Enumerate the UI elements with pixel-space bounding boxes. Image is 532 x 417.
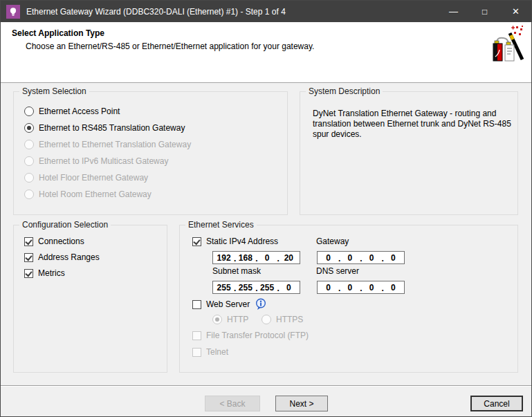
radio-icon-disabled [24, 189, 34, 199]
configuration-selection-group: Configuration Selection Connections Addr… [13, 225, 167, 373]
configuration-selection-label: Configuration Selection [19, 220, 111, 230]
checkbox-web-server[interactable]: Web Server [192, 299, 266, 310]
radio-icon-selected[interactable] [24, 123, 34, 133]
system-description-group: System Description DyNet Translation Eth… [300, 91, 518, 215]
window-title: Ethernet Gateway Wizard (DDBC320-DALI (E… [26, 7, 286, 17]
checkbox-telnet: Telnet [192, 346, 228, 358]
radio-http: HTTP [212, 314, 248, 325]
radio-icon-disabled [24, 140, 34, 149]
system-selection-label: System Selection [19, 86, 89, 96]
radio-ethernet-to-ipv6: Ethernet to IPv6 Multicast Gateway [24, 156, 168, 167]
checkbox-icon-checked[interactable] [24, 253, 33, 262]
radio-icon[interactable] [24, 106, 34, 116]
system-description-text: DyNet Translation Ethernet Gateway - rou… [313, 109, 515, 140]
radio-https: HTTPS [262, 314, 303, 325]
system-description-label: System Description [306, 86, 383, 96]
gateway-label: Gateway [316, 237, 349, 246]
system-selection-group: System Selection Ethernet Access Point E… [13, 91, 288, 215]
radio-icon-disabled [262, 315, 271, 324]
radio-ethernet-to-rs485[interactable]: Ethernet to RS485 Translation Gateway [24, 122, 185, 133]
magic-wand-devices-icon [490, 25, 524, 66]
checkbox-connections[interactable]: Connections [24, 236, 84, 247]
ip-address-input[interactable]: 192 168 0 20 [212, 251, 300, 264]
checkbox-icon-unchecked[interactable] [192, 300, 201, 309]
subnet-mask-label: Subnet mask [212, 266, 261, 276]
checkbox-icon-checked[interactable] [192, 237, 201, 246]
close-button[interactable]: ✕ [500, 1, 531, 22]
checkbox-icon-checked[interactable] [24, 269, 33, 278]
info-balloon-icon[interactable] [255, 298, 266, 311]
checkbox-icon-checked[interactable] [24, 237, 33, 246]
checkbox-static-ipv4[interactable]: Static IPv4 Address [192, 236, 278, 247]
maximize-button[interactable]: □ [469, 1, 500, 22]
page-subtitle: Choose an Ethernet/RS-485 or Ethernet/Et… [26, 41, 314, 51]
minimize-button[interactable]: — [438, 1, 469, 22]
dns-server-label: DNS server [316, 266, 359, 276]
checkbox-icon-disabled [192, 331, 201, 340]
radio-icon-disabled [24, 156, 34, 166]
checkbox-ftp: File Transfer Protocol (FTP) [192, 330, 309, 341]
gateway-input[interactable]: 0 0 0 0 [317, 251, 405, 264]
footer-divider [1, 385, 531, 386]
dns-server-input[interactable]: 0 0 0 0 [317, 281, 405, 294]
back-button: < Back [205, 396, 260, 411]
wizard-header: Select Application Type Choose an Ethern… [1, 22, 531, 83]
wizard-window: Ethernet Gateway Wizard (DDBC320-DALI (E… [0, 0, 532, 417]
ethernet-services-group: Ethernet Services Static IPv4 Address Ga… [179, 225, 518, 373]
radio-ethernet-to-ethernet: Ethernet to Ethernet Translation Gateway [24, 139, 191, 150]
radio-hotel-floor: Hotel Floor Ethernet Gateway [24, 172, 148, 183]
subnet-mask-input[interactable]: 255 255 255 0 [212, 281, 300, 294]
titlebar[interactable]: Ethernet Gateway Wizard (DDBC320-DALI (E… [1, 1, 531, 22]
next-button[interactable]: Next > [275, 396, 328, 411]
ethernet-services-label: Ethernet Services [185, 220, 257, 230]
checkbox-address-ranges[interactable]: Address Ranges [24, 252, 100, 263]
checkbox-metrics[interactable]: Metrics [24, 268, 65, 279]
page-title: Select Application Type [12, 28, 104, 38]
radio-hotel-room: Hotel Room Ethernet Gateway [24, 189, 152, 200]
checkbox-icon-disabled [192, 348, 201, 357]
radio-ethernet-access-point[interactable]: Ethernet Access Point [24, 106, 120, 117]
cancel-button[interactable]: Cancel [470, 396, 523, 411]
app-lightbulb-icon [6, 5, 20, 19]
radio-icon-disabled [24, 173, 34, 183]
radio-icon-disabled-selected [212, 315, 222, 324]
